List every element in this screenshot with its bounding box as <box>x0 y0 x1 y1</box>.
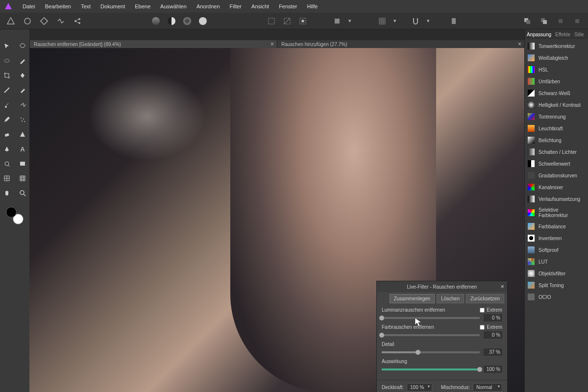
arrange-backward-icon[interactable] <box>570 14 584 28</box>
close-icon[interactable]: × <box>270 41 274 48</box>
blend-mode-3-icon[interactable] <box>180 14 194 28</box>
hand-tool-icon[interactable] <box>1 187 13 199</box>
persona-export-icon[interactable] <box>71 14 84 28</box>
adjustment-item[interactable]: Selektive Farbkorrektur <box>525 205 588 220</box>
dropdown-icon[interactable]: ▾ <box>392 14 398 28</box>
adjustment-item[interactable]: Schwarz-Weiß <box>525 87 588 99</box>
adjustment-item[interactable]: Verlaufsumsetzung <box>525 193 588 205</box>
luminance-value[interactable]: 0 % <box>484 314 502 321</box>
menu-dokument[interactable]: Dokument <box>96 1 130 11</box>
menu-auswählen[interactable]: Auswählen <box>155 1 192 11</box>
menu-fenster[interactable]: Fenster <box>274 1 302 11</box>
blend-mode-1-icon[interactable] <box>149 14 163 28</box>
flood-tool-icon[interactable] <box>17 70 28 81</box>
adjustment-item[interactable]: Gradationskurven <box>525 170 588 181</box>
contribution-value[interactable]: 100 % <box>484 366 502 373</box>
persona-liquify-icon[interactable] <box>21 14 34 28</box>
persona-photo-icon[interactable] <box>4 14 18 28</box>
close-icon[interactable]: × <box>518 41 521 48</box>
adjustment-item[interactable]: Farbbalance <box>525 220 588 232</box>
menu-anordnen[interactable]: Anordnen <box>192 1 225 11</box>
color-swatch[interactable] <box>6 207 24 224</box>
arrange-front-icon[interactable] <box>520 14 534 28</box>
adjustment-item[interactable]: Schwellenwert <box>525 158 588 170</box>
arrange-forward-icon[interactable] <box>554 14 567 28</box>
adjustment-item[interactable]: Tontrennung <box>525 111 588 122</box>
crop-tool-icon[interactable] <box>1 70 13 81</box>
adjustment-item[interactable]: Weißabgleich <box>525 52 588 64</box>
luminance-extreme-checkbox[interactable]: Extrem <box>480 307 502 313</box>
pen-tool-icon[interactable] <box>1 143 13 155</box>
dropdown-icon[interactable]: ▾ <box>347 14 353 28</box>
adjustment-item[interactable]: Leuchtkraft <box>525 122 588 134</box>
menu-bearbeiten[interactable]: Bearbeiten <box>40 1 76 11</box>
adjustment-item[interactable]: Helligkeit / Kontrast <box>525 99 588 111</box>
brush-tool-icon[interactable] <box>17 55 28 67</box>
blend-mode-4-icon[interactable] <box>196 14 210 28</box>
color-noise-value[interactable]: 0 % <box>484 331 502 339</box>
quick-mask-icon[interactable] <box>296 14 310 28</box>
menu-datei[interactable]: Datei <box>18 1 40 11</box>
panel-tab-effekte[interactable]: Effekte <box>555 32 570 37</box>
menu-text[interactable]: Text <box>76 1 96 11</box>
move-tool-icon[interactable] <box>1 40 13 52</box>
snapping-icon[interactable] <box>409 14 422 28</box>
menu-ebene[interactable]: Ebene <box>130 1 155 11</box>
arrange-back-icon[interactable] <box>537 14 551 28</box>
selection-diag-icon[interactable] <box>280 14 294 28</box>
selection-rect-icon[interactable] <box>265 14 278 28</box>
detail-slider[interactable] <box>382 351 480 353</box>
text-tool-icon[interactable]: A <box>17 143 28 155</box>
gradient-tool-icon[interactable] <box>1 84 13 96</box>
adjustment-item[interactable]: Schatten / Lichter <box>525 146 588 158</box>
dialog-titlebar[interactable]: Live-Filter - Rauschen entfernen × <box>377 281 507 292</box>
adjustment-item[interactable]: Split Toning <box>525 279 588 291</box>
spray-tool-icon[interactable] <box>17 114 28 125</box>
heal-tool-icon[interactable] <box>17 99 28 111</box>
paint-tool-icon[interactable] <box>17 84 28 96</box>
luminance-slider[interactable] <box>382 317 480 319</box>
grid-icon[interactable] <box>375 14 389 28</box>
zoom-tool-icon[interactable] <box>17 187 28 199</box>
assistant-icon[interactable] <box>447 14 461 28</box>
adjustment-item[interactable]: Objektivfilter <box>525 268 588 279</box>
pencil-tool-icon[interactable] <box>1 114 13 125</box>
color-extreme-checkbox[interactable]: Extrem <box>480 324 502 330</box>
menu-ansicht[interactable]: Ansicht <box>246 1 274 11</box>
perspective-tool-icon[interactable] <box>17 172 28 184</box>
adjustment-item[interactable]: HSL <box>525 64 588 75</box>
menu-filter[interactable]: Filter <box>225 1 246 11</box>
marquee-tool-icon[interactable] <box>1 55 13 67</box>
document-tab[interactable]: Rauschen hinzufügen (27.7%)× <box>277 40 524 48</box>
eraser-tool-icon[interactable] <box>1 128 13 140</box>
adjustment-item[interactable]: Tonwertkorrektur <box>525 40 588 52</box>
mesh-tool-icon[interactable] <box>1 172 13 184</box>
adjustment-item[interactable]: LUT <box>525 256 588 268</box>
adjustment-item[interactable]: Invertieren <box>525 232 588 244</box>
panel-tab-anpassung[interactable]: Anpassung <box>527 32 551 37</box>
lasso-tool-icon[interactable] <box>17 40 28 52</box>
adjustment-item[interactable]: OCIO <box>525 291 588 303</box>
blend-mode-2-icon[interactable] <box>165 14 178 28</box>
color-noise-slider[interactable] <box>382 334 480 336</box>
adjustment-item[interactable]: Softproof <box>525 244 588 256</box>
clone-tool-icon[interactable] <box>1 99 13 111</box>
persona-tonemap-icon[interactable] <box>54 14 68 28</box>
merge-button[interactable]: Zusammenlegen <box>390 294 435 303</box>
opacity-combo[interactable]: 100 % <box>407 383 432 392</box>
document-tab[interactable]: Rauschen entfernen [Geändert] (89.4%)× <box>29 40 277 48</box>
contribution-slider[interactable] <box>382 368 480 370</box>
crop-tool-icon[interactable] <box>330 14 344 28</box>
adjustment-item[interactable]: Kanalmixer <box>525 181 588 193</box>
close-icon[interactable]: × <box>500 283 504 290</box>
panel-tab-stile[interactable]: Stile <box>574 32 584 37</box>
menu-hilfe[interactable]: Hilfe <box>302 1 322 11</box>
reset-button[interactable]: Zurücksetzen <box>466 294 504 303</box>
dropdown-icon[interactable]: ▾ <box>425 14 431 28</box>
detail-value[interactable]: 37 % <box>484 348 502 356</box>
rect-tool-icon[interactable] <box>17 158 28 170</box>
adjustment-item[interactable]: Belichtung <box>525 134 588 146</box>
adjustment-item[interactable]: Umfärben <box>525 75 588 87</box>
delete-button[interactable]: Löschen <box>437 294 464 303</box>
dodge-tool-icon[interactable] <box>1 158 13 170</box>
